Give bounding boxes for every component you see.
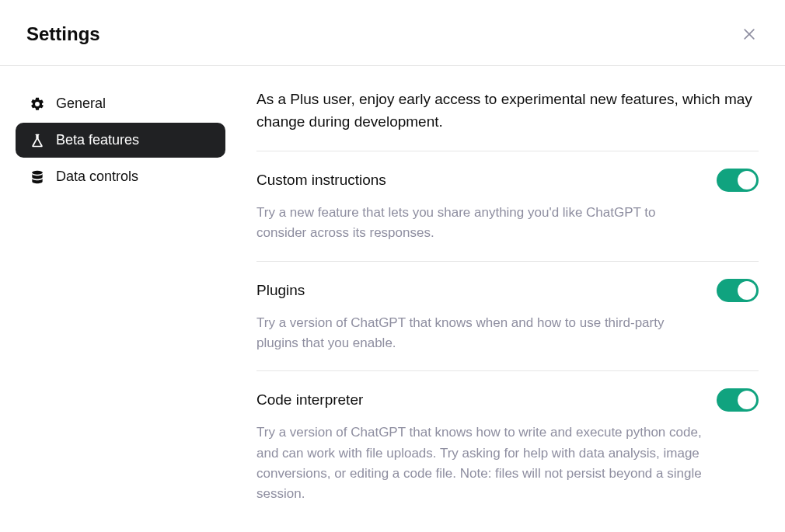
gear-icon xyxy=(30,96,45,112)
section-title: Plugins xyxy=(256,282,305,299)
settings-header: Settings xyxy=(0,0,785,65)
svg-point-2 xyxy=(32,170,42,174)
close-icon xyxy=(741,26,757,42)
close-button[interactable] xyxy=(740,25,759,43)
toggle-knob xyxy=(738,171,756,190)
sidebar-item-label: General xyxy=(56,96,106,112)
section-description: Try a new feature that lets you share an… xyxy=(256,192,707,244)
toggle-knob xyxy=(738,281,756,300)
section-plugins: Plugins Try a version of ChatGPT that kn… xyxy=(256,261,759,371)
toggle-code-interpreter[interactable] xyxy=(717,388,759,412)
flask-icon xyxy=(30,133,45,148)
settings-body: General Beta features Data controls As a… xyxy=(0,66,785,522)
section-code-interpreter: Code interpreter Try a version of ChatGP… xyxy=(256,370,759,521)
section-head: Code interpreter xyxy=(256,388,759,412)
page-title: Settings xyxy=(26,23,100,45)
section-head: Custom instructions xyxy=(256,169,759,192)
sidebar-item-general[interactable]: General xyxy=(16,86,225,121)
settings-content: As a Plus user, enjoy early access to ex… xyxy=(256,85,759,522)
sidebar-item-data-controls[interactable]: Data controls xyxy=(16,159,225,194)
toggle-plugins[interactable] xyxy=(717,279,759,302)
section-description: Try a version of ChatGPT that knows how … xyxy=(256,412,707,504)
section-description: Try a version of ChatGPT that knows when… xyxy=(256,302,707,354)
sidebar-item-beta-features[interactable]: Beta features xyxy=(16,123,225,158)
toggle-custom-instructions[interactable] xyxy=(717,169,759,192)
section-title: Custom instructions xyxy=(256,172,386,189)
section-title: Code interpreter xyxy=(256,391,363,409)
sidebar-item-label: Beta features xyxy=(56,132,139,148)
section-head: Plugins xyxy=(256,279,759,302)
settings-sidebar: General Beta features Data controls xyxy=(16,85,225,522)
database-icon xyxy=(30,169,45,185)
section-custom-instructions: Custom instructions Try a new feature th… xyxy=(256,151,759,261)
toggle-knob xyxy=(738,391,756,409)
sidebar-item-label: Data controls xyxy=(56,169,138,185)
intro-text: As a Plus user, enjoy early access to ex… xyxy=(256,88,759,151)
